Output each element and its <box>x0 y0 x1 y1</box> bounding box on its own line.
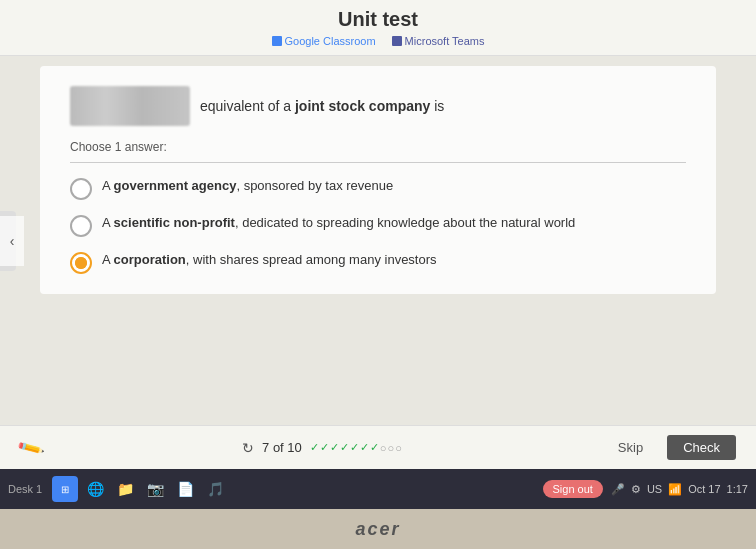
desk-label: Desk 1 <box>8 483 42 495</box>
check3: ✓ <box>330 441 339 454</box>
answer-options: A government agency, sponsored by tax re… <box>70 177 686 274</box>
dot1: ○ <box>380 442 387 454</box>
check-button[interactable]: Check <box>667 435 736 460</box>
question-container: equivalent of a joint stock company is C… <box>40 66 716 294</box>
acer-logo: acer <box>355 519 400 540</box>
sign-out-button[interactable]: Sign out <box>543 480 603 498</box>
microsoft-teams-link[interactable]: Microsoft Teams <box>392 35 485 47</box>
settings-icon: ⚙ <box>631 483 641 496</box>
google-icon <box>272 36 282 46</box>
date-label: Oct 17 <box>688 483 720 495</box>
check6: ✓ <box>360 441 369 454</box>
taskbar: Desk 1 ⊞ 🌐 📁 📷 📄 🎵 Sign out 🎤 ⚙ US 📶 Oct… <box>0 469 756 509</box>
check7: ✓ <box>370 441 379 454</box>
top-bar: Unit test Google Classroom Microsoft Tea… <box>0 0 756 56</box>
app-icon-3[interactable]: 📄 <box>172 476 198 502</box>
toolbar-buttons: Skip Check <box>602 435 736 460</box>
dot3: ○ <box>395 442 402 454</box>
check1: ✓ <box>310 441 319 454</box>
pencil-icon: ✏️ <box>16 432 46 462</box>
app-icon-2[interactable]: 📷 <box>142 476 168 502</box>
question-text-area: equivalent of a joint stock company is <box>70 86 686 134</box>
check5: ✓ <box>350 441 359 454</box>
chrome-icon[interactable]: 🌐 <box>82 476 108 502</box>
laptop-screen: Unit test Google Classroom Microsoft Tea… <box>0 0 756 469</box>
option-b[interactable]: A scientific non-profit, dedicated to sp… <box>70 214 686 237</box>
quiz-title: Unit test <box>20 8 736 31</box>
progress-area: ↻ 7 of 10 ✓ ✓ ✓ ✓ ✓ ✓ ✓ ○ ○ ○ <box>242 440 402 456</box>
option-a-inner <box>75 183 87 195</box>
option-c-circle <box>70 252 92 274</box>
locale-label: US <box>647 483 662 495</box>
check2: ✓ <box>320 441 329 454</box>
choose-answer-instruction: Choose 1 answer: <box>70 140 686 163</box>
taskbar-status: 🎤 ⚙ US 📶 Oct 17 1:17 <box>611 483 748 496</box>
refresh-icon: ↻ <box>242 440 254 456</box>
google-classroom-link[interactable]: Google Classroom <box>272 35 376 47</box>
option-b-text: A scientific non-profit, dedicated to sp… <box>102 214 575 232</box>
teams-icon <box>392 36 402 46</box>
dot2: ○ <box>387 442 394 454</box>
app-icon-4[interactable]: 🎵 <box>202 476 228 502</box>
option-b-circle <box>70 215 92 237</box>
option-c-inner <box>75 257 87 269</box>
nav-arrow-left[interactable]: ‹ <box>0 216 24 266</box>
option-a[interactable]: A government agency, sponsored by tax re… <box>70 177 686 200</box>
question-text: equivalent of a joint stock company is <box>200 98 444 114</box>
taskbar-right: Sign out 🎤 ⚙ US 📶 Oct 17 1:17 <box>543 480 748 498</box>
option-a-text: A government agency, sponsored by tax re… <box>102 177 393 195</box>
launcher-icon[interactable]: ⊞ <box>52 476 78 502</box>
source-links: Google Classroom Microsoft Teams <box>20 35 736 47</box>
bottom-bezel: acer <box>0 509 756 549</box>
progress-text: 7 of 10 <box>262 440 302 455</box>
mic-icon: 🎤 <box>611 483 625 496</box>
wifi-icon: 📶 <box>668 483 682 496</box>
option-c[interactable]: A corporation, with shares spread among … <box>70 251 686 274</box>
option-b-inner <box>75 220 87 232</box>
checkmark-row: ✓ ✓ ✓ ✓ ✓ ✓ ✓ ○ ○ ○ <box>310 441 402 454</box>
question-image-blurred <box>70 86 190 126</box>
check4: ✓ <box>340 441 349 454</box>
app-icon-1[interactable]: 📁 <box>112 476 138 502</box>
main-content: ‹ equivalent of a joint stock company is… <box>0 56 756 425</box>
bottom-toolbar: ✏️ ↻ 7 of 10 ✓ ✓ ✓ ✓ ✓ ✓ ✓ ○ ○ ○ Skip Ch… <box>0 425 756 469</box>
option-a-circle <box>70 178 92 200</box>
skip-button[interactable]: Skip <box>602 435 659 460</box>
option-c-text: A corporation, with shares spread among … <box>102 251 437 269</box>
time-label: 1:17 <box>727 483 748 495</box>
